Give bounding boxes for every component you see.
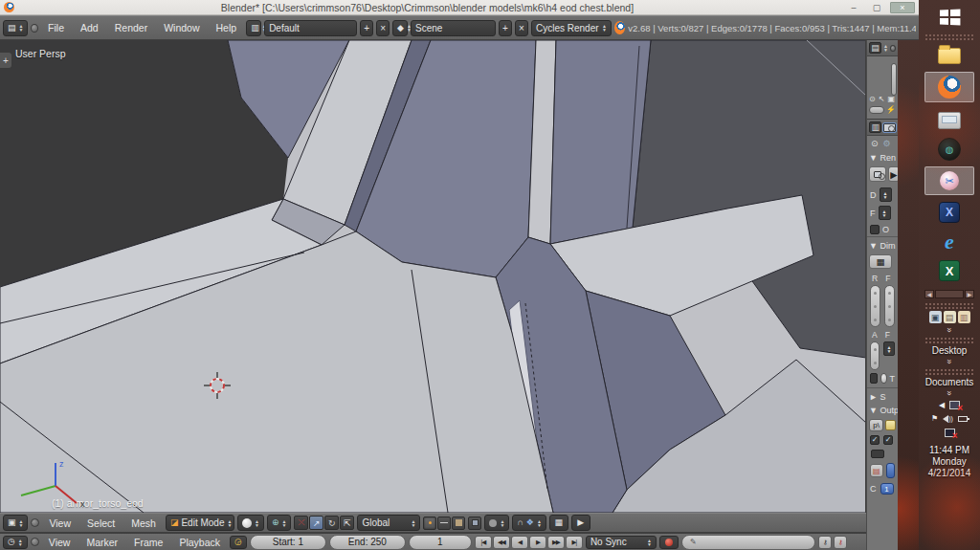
edge-select-icon[interactable] bbox=[437, 517, 451, 530]
model-canvas[interactable] bbox=[0, 40, 866, 513]
scroll-track[interactable] bbox=[935, 290, 964, 298]
manipulator-rotate-icon[interactable]: ↻ bbox=[324, 516, 339, 530]
scroll-right-icon[interactable]: ▶ bbox=[965, 290, 974, 298]
orientation-select[interactable]: Global ▲▼ bbox=[357, 515, 420, 531]
menu-mesh[interactable]: Mesh bbox=[124, 517, 163, 529]
quicklaunch-chevron[interactable]: » bbox=[946, 327, 953, 332]
menu-select[interactable]: Select bbox=[80, 517, 122, 529]
frame-start-field[interactable]: Start: 1 bbox=[250, 535, 326, 550]
display-stepper[interactable]: ▲▼ bbox=[880, 187, 892, 202]
toolshelf-expand-tab[interactable]: + bbox=[0, 52, 12, 69]
manipulator-scale-icon[interactable]: ⇱ bbox=[340, 516, 354, 530]
snap-cluster[interactable]: ∩ ❖ ▲▼ bbox=[512, 515, 546, 531]
manipulator-translate-icon[interactable]: ↗ bbox=[309, 516, 323, 530]
outliner-editor-icon[interactable]: ▤ bbox=[869, 42, 881, 54]
outliner-editor[interactable]: ▤ ▲▼ ⊙ ↖ ▣ ⚡ bbox=[867, 40, 898, 120]
stamp-panel-header[interactable]: ► S bbox=[867, 387, 898, 404]
toolbar-drag-handle[interactable] bbox=[924, 337, 974, 343]
editor-type-button[interactable]: ▤ ▲▼ bbox=[3, 20, 28, 36]
toolbar-drag-handle[interactable] bbox=[924, 302, 974, 309]
menu-render[interactable]: Render bbox=[108, 22, 154, 33]
output-toggle[interactable] bbox=[871, 450, 884, 458]
close-button[interactable]: × bbox=[890, 2, 915, 13]
jump-to-start-button[interactable]: |◀ bbox=[475, 536, 492, 549]
minimize-button[interactable]: – bbox=[844, 2, 863, 13]
outliner-toggle[interactable] bbox=[890, 45, 896, 52]
start-button[interactable] bbox=[924, 5, 974, 30]
play-button[interactable]: ▶ bbox=[529, 536, 546, 549]
current-frame-field[interactable]: 1 bbox=[409, 535, 472, 550]
render-engine-select[interactable]: Cycles Render ▲▼ bbox=[531, 20, 612, 36]
timeline-menu-toggle[interactable] bbox=[31, 538, 39, 546]
computer-small-icon[interactable]: ▣ bbox=[929, 311, 942, 323]
feature-stepper[interactable]: ▲▼ bbox=[879, 206, 891, 220]
documents-toolbar-chevron[interactable]: » bbox=[946, 390, 953, 395]
insert-keyframe-icon[interactable]: ⚷ bbox=[818, 536, 832, 549]
cache-result-checkbox[interactable]: ✓ bbox=[883, 435, 893, 445]
format-depth-button[interactable] bbox=[886, 463, 895, 478]
volume-icon[interactable]: )) bbox=[943, 415, 953, 423]
taskbar-app-internet-explorer[interactable]: e bbox=[924, 230, 974, 254]
mode-select[interactable]: ◪ Edit Mode ▲▼ bbox=[166, 515, 234, 531]
layout-close-button[interactable]: × bbox=[376, 20, 390, 36]
header-collapse-toggle[interactable] bbox=[31, 24, 38, 33]
dimensions-panel-header[interactable]: ▼ Dim bbox=[867, 236, 898, 253]
scene-add-button[interactable]: + bbox=[499, 20, 512, 36]
visibility-eye-icon[interactable]: ⊙ bbox=[869, 95, 876, 103]
scroll-left-icon[interactable]: ◀ bbox=[924, 290, 934, 298]
wrench-icon[interactable]: ⚙ bbox=[883, 139, 891, 148]
jump-to-end-button[interactable]: ▶| bbox=[566, 536, 583, 549]
display-tray-icon[interactable] bbox=[949, 401, 960, 409]
record-button[interactable] bbox=[659, 536, 679, 549]
viewport-shading-select[interactable]: ▲▼ bbox=[237, 515, 264, 531]
selectable-cursor-icon[interactable]: ↖ bbox=[879, 95, 885, 103]
file-browse-icon[interactable] bbox=[885, 420, 896, 430]
fps-stepper[interactable]: ▲▼ bbox=[883, 341, 895, 356]
frame-slider[interactable] bbox=[884, 285, 895, 327]
render-opengl-image-button[interactable]: ▦ bbox=[549, 515, 568, 531]
proportional-edit-select[interactable]: ▲▼ bbox=[484, 515, 509, 531]
prev-keyframe-button[interactable]: ◀◀ bbox=[493, 536, 510, 549]
delete-keyframe-icon[interactable]: ⚷ bbox=[834, 536, 847, 549]
menu-tl-playback[interactable]: Playback bbox=[172, 537, 227, 548]
frame-end-field[interactable]: End: 250 bbox=[329, 535, 406, 550]
toolbar-drag-handle[interactable] bbox=[924, 368, 974, 375]
sync-mode-select[interactable]: No Sync ▲▼ bbox=[586, 536, 657, 549]
properties-editor[interactable]: ▥ ⊙ ⚙ ▼ Ren ▶ D ▲▼ F ▲▼ O ▼ Dim ▦ R bbox=[867, 120, 898, 497]
vertex-select-icon[interactable] bbox=[423, 517, 436, 530]
manipulator-axes-icon[interactable]: ⤬ bbox=[294, 516, 308, 530]
output-path-field[interactable]: p\ bbox=[869, 419, 883, 431]
overwrite-checkbox[interactable] bbox=[870, 225, 880, 234]
editor-type-button-timeline[interactable]: ◷▲▼ bbox=[3, 536, 28, 549]
layout-add-button[interactable]: + bbox=[360, 20, 373, 36]
desktop-toolbar-chevron[interactable]: » bbox=[946, 359, 953, 363]
resolution-slider[interactable] bbox=[870, 285, 880, 327]
output-panel-header[interactable]: ▼ Outp bbox=[867, 404, 898, 417]
tray-expand-icon[interactable]: ◀ bbox=[939, 401, 945, 409]
properties-editor-icon[interactable]: ▥ bbox=[869, 121, 881, 133]
screen-layout-browse-button[interactable]: ▥▲▼ bbox=[246, 20, 261, 36]
menu-file[interactable]: File bbox=[41, 22, 71, 33]
taskbar-scroller[interactable]: ◀ ▶ bbox=[924, 289, 974, 299]
title-bar[interactable]: Blender* [C:\Users\crimmson76\Desktop\Cr… bbox=[0, 0, 919, 15]
menu-view[interactable]: View bbox=[42, 517, 78, 529]
documents-toolbar-label[interactable]: Documents bbox=[925, 377, 974, 387]
taskbar-drag-handle[interactable] bbox=[924, 33, 974, 40]
menu-tl-view[interactable]: View bbox=[42, 537, 78, 548]
render-opengl-anim-button[interactable]: ▶ bbox=[571, 515, 590, 531]
render-panel-header[interactable]: ▼ Ren bbox=[867, 151, 898, 165]
editor-type-button-3d[interactable]: ▣▲▼ bbox=[3, 515, 28, 531]
screen-layout-field[interactable]: Default bbox=[264, 20, 357, 36]
pin-icon[interactable]: ⊙ bbox=[871, 139, 879, 148]
use-preview-range-button[interactable]: ◶ bbox=[230, 536, 247, 549]
menu-tl-marker[interactable]: Marker bbox=[79, 537, 124, 548]
network-disconnected-icon[interactable] bbox=[945, 429, 955, 437]
taskbar-app-file-explorer[interactable] bbox=[924, 43, 974, 68]
taskbar-app-xnormal[interactable]: X bbox=[924, 200, 974, 225]
notes-small-icon[interactable]: ▥ bbox=[958, 311, 970, 323]
header-menu-toggle[interactable] bbox=[31, 518, 39, 527]
viewport-3d[interactable]: User Persp (1) armor_torso_eod + z x bbox=[0, 40, 866, 513]
time-knob[interactable] bbox=[880, 373, 887, 384]
scene-close-button[interactable]: × bbox=[515, 20, 528, 36]
outliner-search-field[interactable] bbox=[869, 106, 884, 114]
